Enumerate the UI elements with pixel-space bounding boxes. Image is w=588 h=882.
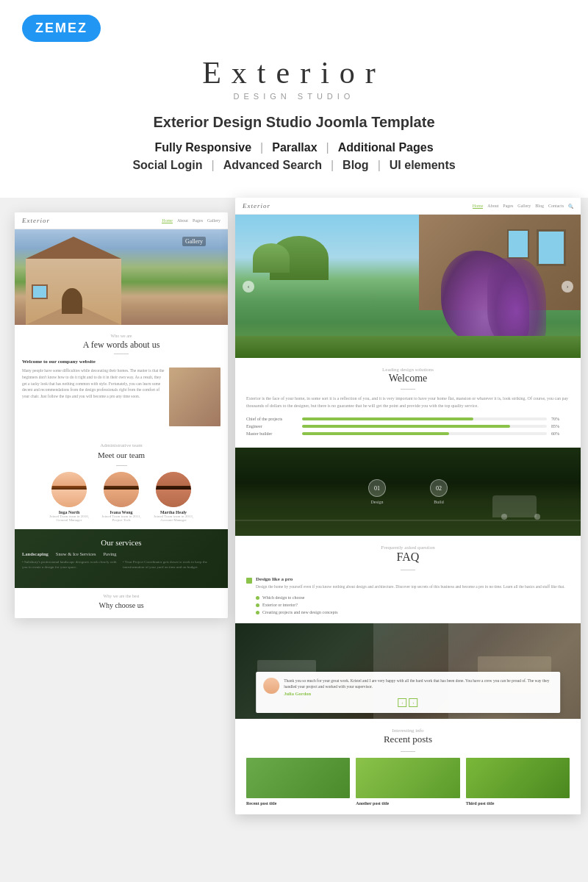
team-small-label: Administrative team bbox=[22, 442, 220, 448]
nav-link-pages[interactable]: Pages bbox=[193, 218, 203, 223]
about-small-label: Who we are bbox=[22, 334, 220, 338]
service-3: Paving bbox=[103, 551, 116, 556]
right-nav-home[interactable]: Home bbox=[473, 204, 484, 209]
avatar-3 bbox=[156, 472, 191, 507]
slider-prev[interactable]: ‹ bbox=[243, 281, 254, 293]
member-role-3: Joined Team team in 2013, Account Manage… bbox=[150, 514, 198, 522]
right-faq-section: Frequently asked question FAQ Design lik… bbox=[235, 536, 581, 623]
posts-grid: Recent post title Another post title Thi… bbox=[246, 758, 570, 806]
right-nav-search-icon[interactable]: 🔍 bbox=[568, 204, 573, 209]
right-testimonial-section: Thank you so much for your great work. K… bbox=[235, 623, 581, 719]
preview-area: Exterior Home About Pages Gallery G bbox=[0, 198, 588, 882]
faq-title: FAQ bbox=[246, 551, 570, 564]
team-member-2: Ivana Wong Joined Team team in 2011, Pro… bbox=[98, 472, 146, 522]
faq-question-3: Exterior or interior? bbox=[262, 603, 298, 607]
faq-dot-1 bbox=[246, 578, 252, 584]
avatar-1 bbox=[51, 472, 87, 507]
services-title: Our services bbox=[22, 538, 220, 547]
left-services-section: Our services Landscaping Snow & Ice Serv… bbox=[15, 529, 228, 588]
faq-question-4: Creating projects and new design concept… bbox=[262, 610, 337, 614]
left-nav-links: Home About Pages Gallery bbox=[162, 218, 220, 223]
left-mini-nav: Exterior Home About Pages Gallery bbox=[15, 212, 228, 229]
nav-link-about[interactable]: About bbox=[177, 218, 188, 223]
welcome-small-label: Leading design solutions bbox=[246, 367, 570, 373]
right-nav-pages[interactable]: Pages bbox=[503, 204, 513, 209]
features-row-1: Fully Responsive | Parallax | Additional… bbox=[154, 141, 433, 154]
testimonial-text: Thank you so much for your great work. K… bbox=[284, 678, 553, 690]
progress-bars: Chief of the projects 70% Engineer 85% bbox=[246, 417, 570, 436]
progress-bar-bg-1 bbox=[302, 417, 547, 420]
avatar-2 bbox=[104, 472, 139, 507]
member-role-2: Joined Team team in 2011, Project Tech bbox=[98, 514, 146, 522]
testimonial-prev[interactable]: ‹ bbox=[398, 698, 407, 707]
progress-bar-bg-3 bbox=[302, 432, 547, 435]
faq-bullet-4 bbox=[256, 611, 259, 614]
testimonial-avatar bbox=[263, 678, 279, 694]
progress-bar-fill-3 bbox=[302, 432, 449, 435]
features-row-2: Social Login | Advanced Search | Blog | … bbox=[132, 159, 455, 172]
progress-label-3: Master builder bbox=[246, 431, 298, 436]
faq-items: Design like a pro Design the home by you… bbox=[246, 576, 570, 614]
design-circle: 01 bbox=[368, 479, 386, 497]
brand-title: Exterior bbox=[202, 55, 386, 90]
progress-pct-1: 70% bbox=[551, 417, 570, 421]
nav-link-home[interactable]: Home bbox=[162, 218, 173, 223]
left-preview-card: Exterior Home About Pages Gallery G bbox=[15, 212, 228, 618]
faq-sub-items: Which design to choose Exterior or inter… bbox=[246, 595, 570, 614]
service-details: • Salisbury's professional landscape des… bbox=[22, 559, 220, 570]
nav-link-gallery[interactable]: Gallery bbox=[207, 218, 220, 223]
build-circle: 02 bbox=[430, 479, 448, 497]
sep-1: | bbox=[260, 141, 263, 154]
progress-item-2: Engineer 85% bbox=[246, 424, 570, 429]
faq-item-3: Exterior or interior? bbox=[256, 603, 570, 607]
progress-label-2: Engineer bbox=[246, 424, 298, 429]
faq-answer-1: Design the home by yourself even if you … bbox=[256, 584, 565, 589]
faq-question-1: Design like a pro bbox=[256, 576, 565, 582]
faq-bullet-2 bbox=[256, 596, 259, 600]
brand-subtitle: DESIGN STUDIO bbox=[234, 92, 355, 101]
template-title: Exterior Design Studio Joomla Template bbox=[153, 114, 434, 131]
post-item-1: Recent post title bbox=[246, 758, 350, 806]
right-mini-nav: Exterior Home About Pages Gallery Blog C… bbox=[235, 198, 581, 215]
faq-item-4: Creating projects and new design concept… bbox=[256, 610, 570, 614]
progress-item-1: Chief of the projects 70% bbox=[246, 417, 570, 421]
slider-next[interactable]: › bbox=[562, 281, 573, 293]
feature-fully-responsive: Fully Responsive bbox=[154, 141, 251, 154]
sep-2: | bbox=[326, 141, 329, 154]
team-members-list: Inga North Joined Team team in 2010, Gen… bbox=[22, 472, 220, 522]
welcome-text: Exterior is the face of your home, in so… bbox=[246, 395, 570, 409]
testimonial-nav: ‹ › bbox=[263, 698, 553, 707]
design-label: Design bbox=[368, 500, 386, 504]
feature-parallax: Parallax bbox=[272, 141, 317, 154]
left-hero-image: Gallery bbox=[15, 229, 228, 325]
team-member-3: Martha Healy Joined Team team in 2013, A… bbox=[150, 472, 198, 522]
progress-bar-fill-1 bbox=[302, 417, 473, 420]
right-nav-blog[interactable]: Blog bbox=[535, 204, 544, 209]
progress-bar-bg-2 bbox=[302, 425, 547, 428]
right-nav-gallery[interactable]: Gallery bbox=[517, 204, 531, 209]
right-recent-posts-section: Interesting info Recent posts Recent pos… bbox=[235, 719, 581, 814]
progress-pct-2: 85% bbox=[551, 424, 570, 429]
testimonial-card: Thank you so much for your great work. K… bbox=[256, 672, 560, 714]
left-about-section: Who we are A few words about us Welcome … bbox=[15, 325, 228, 435]
faq-bullet-3 bbox=[256, 603, 259, 607]
team-member-1: Inga North Joined Team team in 2010, Gen… bbox=[46, 472, 93, 522]
about-title: A few words about us bbox=[22, 340, 220, 351]
why-title: Why choose us bbox=[22, 598, 220, 612]
right-nav-contacts[interactable]: Contacts bbox=[548, 204, 564, 209]
build-label: Build bbox=[430, 500, 448, 504]
landscape-icons: 01 Design 02 Build bbox=[368, 479, 448, 504]
service-1: Landscaping bbox=[22, 551, 49, 556]
sep-4: | bbox=[331, 159, 334, 172]
feature-additional-pages: Additional Pages bbox=[338, 141, 434, 154]
progress-item-3: Master builder 60% bbox=[246, 431, 570, 436]
right-preview-card: Exterior Home About Pages Gallery Blog C… bbox=[235, 198, 581, 814]
right-nav-about[interactable]: About bbox=[487, 204, 498, 209]
post-item-2: Another post title bbox=[356, 758, 459, 806]
left-nav-logo: Exterior bbox=[22, 217, 50, 224]
testimonial-next[interactable]: › bbox=[409, 698, 418, 707]
testimonial-name: Julia Gordon bbox=[284, 691, 553, 696]
sep-3: | bbox=[212, 159, 215, 172]
build-number: 02 bbox=[436, 485, 442, 492]
zemez-logo[interactable]: ZEMEZ bbox=[22, 15, 101, 42]
